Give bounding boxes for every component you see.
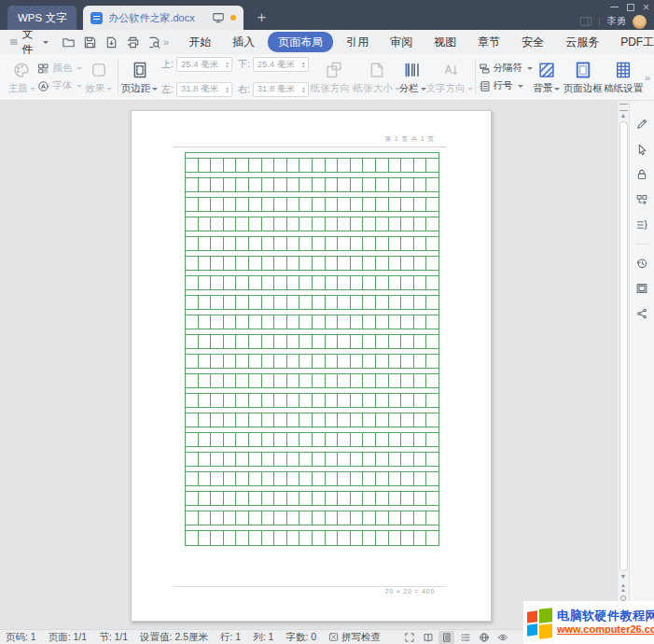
web-layout-icon[interactable] (476, 631, 492, 644)
spell-check-toggle[interactable]: 拼写检查 (328, 631, 381, 644)
minimize-button[interactable] (610, 7, 619, 8)
grid-row (186, 369, 438, 388)
status-field-1[interactable]: 页面: 1/1 (49, 631, 87, 644)
status-field-4[interactable]: 行: 1 (220, 631, 241, 644)
status-field-0[interactable]: 页码: 1 (6, 631, 36, 644)
export-icon[interactable] (104, 35, 118, 49)
spell-check-icon (328, 632, 339, 642)
margins-button[interactable]: 页边距 (121, 54, 159, 100)
menu-tab-7[interactable]: 安全 (513, 33, 552, 52)
margin-input[interactable]: 25.4 毫米▲▼ (253, 57, 309, 72)
history-icon[interactable] (635, 257, 648, 270)
split-handle[interactable] (619, 104, 628, 111)
new-tab-button[interactable]: + (257, 6, 266, 30)
avatar[interactable] (633, 15, 647, 29)
document-canvas[interactable]: 第 1 页 共 1 页 20 × 20 = 400 (0, 101, 617, 629)
margin-input[interactable]: 31.8 毫米▲▼ (176, 82, 232, 97)
title-bar: WPS 文字 办公软件之家.docx + × 李勇 (0, 0, 654, 30)
close-button[interactable]: × (643, 2, 649, 13)
scrollbar-thumb[interactable] (619, 121, 628, 571)
read-layout-icon[interactable] (420, 631, 436, 644)
theme-colors-button[interactable]: 颜色 (37, 62, 82, 75)
grid-row (186, 506, 438, 525)
background-button[interactable]: 背景 (531, 54, 563, 100)
stepper-icon[interactable]: ▲▼ (301, 61, 306, 68)
background-icon (537, 61, 556, 79)
paper-size-button[interactable]: 纸张大小 (355, 54, 398, 100)
line-numbers-button[interactable]: 行号 (479, 79, 531, 92)
window-controls: × (610, 0, 649, 14)
stepper-icon[interactable]: ▲▼ (301, 86, 306, 93)
stepper-icon[interactable]: ▲▼ (225, 61, 230, 68)
menu-tab-2-active[interactable]: 页面布局 (268, 32, 333, 52)
fullscreen-icon[interactable] (401, 631, 417, 644)
menu-tab-4[interactable]: 审阅 (382, 33, 421, 52)
menu-tab-8[interactable]: 云服务 (557, 33, 607, 52)
previous-page-button[interactable]: ▲▲ (620, 583, 626, 593)
line-numbers-icon (479, 80, 491, 92)
pointer-icon[interactable] (635, 143, 648, 156)
extract-icon[interactable] (635, 193, 648, 206)
orientation-button[interactable]: 纸张方向 (313, 54, 355, 100)
menu-tab-9[interactable]: PDF工具 (612, 33, 654, 52)
outline-view-icon[interactable] (457, 631, 473, 644)
menu-tab-0[interactable]: 开始 (180, 33, 219, 52)
ribbon-tabs: 开始插入页面布局引用审阅视图章节安全云服务PDF工具模板 (180, 32, 654, 52)
file-menu-button[interactable]: 文件 (9, 26, 49, 58)
footer-rule (174, 586, 446, 587)
effects-button[interactable]: 效果 (82, 54, 114, 100)
scroll-down-arrow[interactable]: ▼ (620, 572, 627, 581)
theme-fonts-button[interactable]: 字体 (37, 79, 82, 92)
grid-row (186, 310, 438, 329)
print-icon[interactable] (126, 35, 140, 49)
menu-tab-1[interactable]: 插入 (224, 33, 263, 52)
document-page[interactable]: 第 1 页 共 1 页 20 × 20 = 400 (131, 110, 492, 622)
paper-size-icon (368, 61, 386, 79)
document-tab[interactable]: 办公软件之家.docx (83, 6, 244, 30)
ribbon-more-button[interactable]: » (645, 72, 650, 83)
status-fields: 页码: 1页面: 1/1节: 1/1设置值: 2.5厘米行: 1列: 1字数: … (6, 631, 328, 644)
manuscript-setup-button[interactable]: 稿纸设置 (603, 54, 643, 100)
status-field-3[interactable]: 设置值: 2.5厘米 (140, 631, 208, 644)
margin-input[interactable]: 31.8 毫米▲▼ (253, 82, 309, 97)
breaks-button[interactable]: 分隔符 (479, 62, 531, 75)
font-icon (37, 80, 49, 92)
status-field-6[interactable]: 字数: 0 (285, 631, 316, 644)
columns-button[interactable]: 分栏 (398, 54, 427, 100)
maximize-button[interactable] (627, 4, 634, 11)
watermark-site-name: 电脑软硬件教程网 (557, 609, 654, 623)
grid-row (186, 467, 438, 486)
open-folder-icon[interactable] (62, 35, 76, 49)
grid-row (186, 192, 438, 212)
eye-protection-icon[interactable] (494, 631, 510, 644)
menu-tab-6[interactable]: 章节 (469, 33, 508, 52)
quick-access-more-button[interactable]: » (163, 36, 169, 48)
stepper-icon[interactable]: ▲▼ (225, 86, 230, 93)
scroll-up-arrow[interactable]: ▲ (620, 111, 627, 120)
divider (599, 17, 600, 27)
margin-input[interactable]: 25.4 毫米▲▼ (176, 57, 232, 72)
share-icon[interactable] (635, 307, 648, 320)
theme-button[interactable]: 主题 (6, 54, 37, 100)
wps-writer-window: WPS 文字 办公软件之家.docx + × 李勇 文件 » 开始插 (0, 0, 654, 644)
save-icon[interactable] (83, 35, 97, 49)
tab-pin-icon[interactable] (212, 11, 225, 24)
status-field-2[interactable]: 节: 1/1 (99, 631, 128, 644)
margin-label: 右: (238, 83, 250, 96)
vertical-scrollbar: ▲ ▼ ▲▲ ▼▼ (617, 101, 629, 629)
menu-tab-3[interactable]: 引用 (338, 33, 377, 52)
menu-tab-5[interactable]: 视图 (425, 33, 465, 52)
print-preview-icon[interactable] (147, 35, 161, 49)
ribbon: 主题 颜色 字体 效果 页边距 上:25.4 毫米▲▼左:31.8 毫米▲▼下:… (0, 54, 654, 101)
lock-icon[interactable] (635, 168, 648, 181)
page-border-button[interactable]: 页面边框 (563, 54, 603, 100)
hide-panel-icon[interactable] (579, 15, 592, 28)
wps-app-tab[interactable]: WPS 文字 (7, 6, 77, 30)
page-view-icon[interactable] (438, 631, 454, 644)
frame-icon[interactable] (635, 282, 648, 295)
user-name[interactable]: 李勇 (606, 15, 626, 28)
text-direction-button[interactable]: 文字方向 (427, 54, 472, 100)
outline-icon[interactable] (635, 218, 648, 231)
pen-icon[interactable] (635, 118, 648, 131)
status-field-5[interactable]: 列: 1 (253, 631, 273, 644)
